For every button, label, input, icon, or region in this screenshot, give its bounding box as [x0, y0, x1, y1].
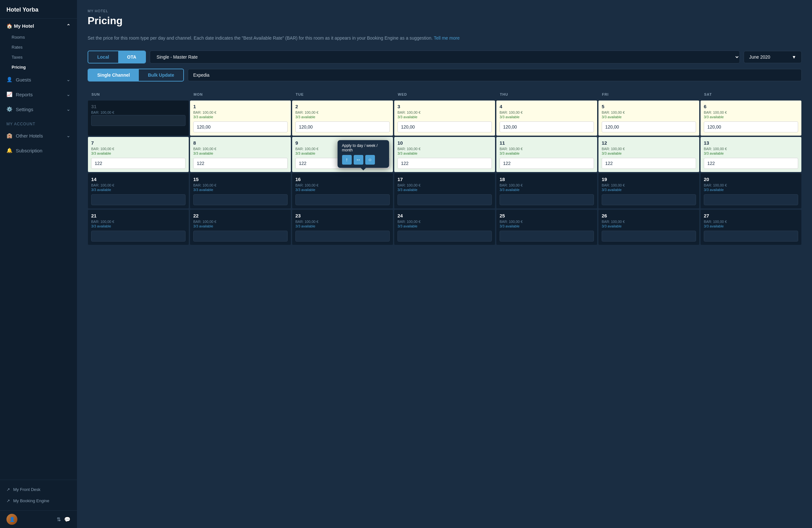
chevron-down-icon: ⌄ [66, 77, 71, 83]
cal-day-1: 1 BAR: 100,00 € 3/3 available [190, 100, 291, 136]
settings-icon: ⚙️ [6, 106, 13, 112]
page-title: Pricing [88, 15, 802, 27]
sidebar-item-taxes[interactable]: Taxes [0, 52, 77, 62]
tooltip-title: Apply to day / week / month [342, 143, 385, 152]
cal-day-15: 15 BAR: 100,00 € 3/3 available [190, 173, 291, 209]
chevron-down-icon-4: ⌄ [66, 133, 71, 139]
day-header-wed: WED [394, 89, 495, 100]
guests-icon: 👤 [6, 77, 13, 83]
cal-day-10: 10 BAR: 100,00 € 3/3 available [394, 137, 495, 172]
price-input-12[interactable] [602, 158, 696, 169]
price-input-14[interactable] [91, 194, 186, 205]
apply-week-button[interactable]: ↔ [354, 155, 363, 165]
price-input-4[interactable] [499, 122, 594, 132]
reports-icon: 📈 [6, 91, 13, 97]
price-input-26[interactable] [602, 231, 696, 242]
controls-row-1: Local OTA Single - Master Rate June 2020… [88, 51, 802, 63]
price-input-3[interactable] [397, 122, 492, 132]
price-input-25[interactable] [499, 231, 594, 242]
cal-day-2: 2 BAR: 100,00 € 3/3 available [292, 100, 393, 136]
month-select[interactable]: June 2020 ▼ [744, 51, 802, 63]
cal-day-18: 18 BAR: 100,00 € 3/3 available [496, 173, 597, 209]
breadcrumb: MY HOTEL [88, 9, 802, 13]
external-link-icon: ↗ [6, 487, 10, 492]
price-input-2[interactable] [295, 122, 390, 132]
sidebar-item-other-hotels[interactable]: 🏨 Other Hotels ⌄ [0, 128, 77, 143]
day-header-sun: SUN [88, 89, 189, 100]
price-input-11[interactable] [499, 158, 594, 169]
calendar-grid: SUN MON TUE WED THU FRI SAT 31 BAR: 100,… [88, 89, 802, 245]
booking-engine-label: My Booking Engine [13, 498, 49, 503]
price-input-18[interactable] [499, 194, 594, 205]
sidebar-bottom: ↗ My Front Desk ↗ My Booking Engine [0, 480, 77, 510]
user-profile[interactable]: 👤 ⇅ 💬 [0, 510, 77, 528]
main-content: MY HOTEL Pricing Set the price for this … [77, 0, 812, 528]
cal-day-17: 17 BAR: 100,00 € 3/3 available [394, 173, 495, 209]
sidebar-item-guests[interactable]: 👤 Guests ⌄ [0, 72, 77, 87]
settings-label: Settings [16, 106, 33, 112]
reports-label: Reports [16, 92, 33, 97]
sidebar-item-pricing[interactable]: Pricing [0, 62, 77, 72]
bulk-update-tab[interactable]: Bulk Update [139, 69, 183, 81]
price-input-31[interactable] [91, 115, 186, 126]
chevron-icon: ▼ [792, 55, 796, 60]
avatar: 👤 [6, 514, 17, 525]
channel-name-display: Expedia [188, 69, 802, 81]
sidebar-item-reports[interactable]: 📈 Reports ⌄ [0, 87, 77, 102]
guests-label: Guests [16, 77, 31, 83]
price-input-22[interactable] [193, 231, 288, 242]
channel-tabs: Single Channel Bulk Update [88, 69, 184, 82]
external-link-icon-2: ↗ [6, 498, 10, 503]
price-input-6[interactable] [704, 122, 798, 132]
chevron-down-icon-3: ⌄ [66, 106, 71, 112]
sidebar-logo: Hotel Yorba [0, 0, 77, 19]
cal-day-22: 22 BAR: 100,00 € 3/3 available [190, 210, 291, 245]
price-input-21[interactable] [91, 231, 186, 242]
price-input-5[interactable] [602, 122, 696, 132]
front-desk-label: My Front Desk [13, 487, 41, 492]
rate-select[interactable]: Single - Master Rate [150, 51, 740, 63]
chevron-down-icon-2: ⌄ [66, 91, 71, 97]
sidebar-section-my-hotel[interactable]: 🏠 My Hotel ⌃ [0, 19, 77, 32]
cal-day-5: 5 BAR: 100,00 € 3/3 available [598, 100, 700, 136]
cal-day-26: 26 BAR: 100,00 € 3/3 available [598, 210, 700, 245]
price-input-1[interactable] [193, 122, 288, 132]
apply-tooltip: Apply to day / week / month ↑ ↔ ○ [337, 140, 389, 168]
price-input-15[interactable] [193, 194, 288, 205]
cal-day-8: 8 BAR: 100,00 € 3/3 available [190, 137, 291, 172]
sidebar: Hotel Yorba 🏠 My Hotel ⌃ Rooms Rates Tax… [0, 0, 77, 528]
subscription-icon: 🔔 [6, 147, 13, 153]
cal-day-7: 7 BAR: 100,00 € 3/3 available [88, 137, 189, 172]
price-input-8[interactable] [193, 158, 288, 169]
single-channel-tab[interactable]: Single Channel [88, 69, 139, 81]
ota-tab[interactable]: OTA [118, 51, 146, 63]
other-hotels-icon: 🏨 [6, 133, 13, 139]
price-input-20[interactable] [704, 194, 798, 205]
price-input-10[interactable] [397, 158, 492, 169]
day-header-tue: TUE [292, 89, 393, 100]
price-input-24[interactable] [397, 231, 492, 242]
price-input-23[interactable] [295, 231, 390, 242]
cal-day-9: Apply to day / week / month ↑ ↔ ○ 9 BAR:… [292, 137, 393, 172]
price-input-16[interactable] [295, 194, 390, 205]
sidebar-item-rates[interactable]: Rates [0, 42, 77, 52]
price-input-17[interactable] [397, 194, 492, 205]
front-desk-link[interactable]: ↗ My Front Desk [0, 484, 77, 495]
local-tab[interactable]: Local [88, 51, 118, 63]
account-section-label: MY ACCOUNT [0, 117, 77, 128]
apply-day-button[interactable]: ↑ [342, 155, 352, 165]
apply-month-button[interactable]: ○ [365, 155, 375, 165]
price-input-19[interactable] [602, 194, 696, 205]
sort-icon: ⇅ [57, 516, 61, 523]
subscription-label: Subscription [16, 148, 43, 153]
sidebar-item-rooms[interactable]: Rooms [0, 32, 77, 42]
tell-more-link[interactable]: Tell me more [434, 35, 460, 41]
sidebar-item-subscription[interactable]: 🔔 Subscription [0, 143, 77, 158]
price-input-13[interactable] [704, 158, 798, 169]
price-input-27[interactable] [704, 231, 798, 242]
cal-day-16: 16 BAR: 100,00 € 3/3 available [292, 173, 393, 209]
price-input-7[interactable] [91, 158, 186, 169]
my-hotel-subitems: Rooms Rates Taxes Pricing [0, 32, 77, 72]
booking-engine-link[interactable]: ↗ My Booking Engine [0, 495, 77, 506]
sidebar-item-settings[interactable]: ⚙️ Settings ⌄ [0, 102, 77, 117]
